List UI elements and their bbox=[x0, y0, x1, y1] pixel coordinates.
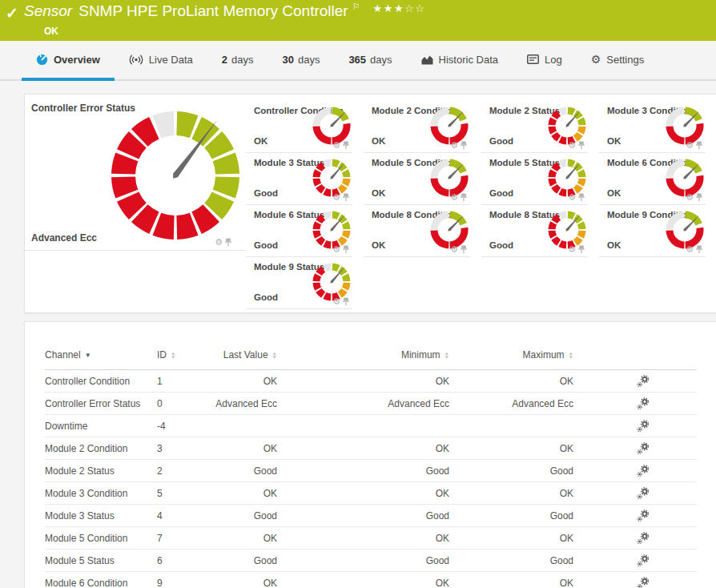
gauge-value: OK bbox=[254, 136, 267, 146]
filler-cell bbox=[650, 482, 697, 505]
tab-label: days bbox=[231, 54, 253, 66]
column-header-minimum[interactable]: Minimum▲▼ bbox=[277, 344, 449, 370]
maximum: OK bbox=[449, 527, 573, 550]
tab-live-data[interactable]: Live Data bbox=[115, 41, 207, 81]
gauge-cell: Module 9 ConditionOK⚙ bbox=[599, 205, 716, 257]
last-value: OK bbox=[205, 437, 277, 460]
gauge-value: OK bbox=[372, 136, 385, 146]
column-header-last-value[interactable]: Last Value▲▼ bbox=[205, 344, 277, 370]
gear-icon[interactable]: ⚙ bbox=[450, 141, 458, 150]
pin-icon[interactable] bbox=[461, 245, 467, 254]
pin-icon[interactable] bbox=[343, 141, 349, 150]
module-9-condition-gauge bbox=[665, 210, 705, 250]
sort-both-icon: ▲▼ bbox=[272, 352, 277, 359]
gear-icon[interactable]: ⚙ bbox=[686, 245, 694, 254]
main-gauge-value: Advanced Ecc bbox=[31, 232, 97, 244]
star-empty-icon[interactable]: ☆ bbox=[415, 2, 425, 14]
pin-icon[interactable] bbox=[696, 245, 702, 254]
tab-historic-data[interactable]: Historic Data bbox=[407, 41, 513, 81]
channel-name: Controller Condition bbox=[45, 370, 157, 393]
gear-icon[interactable]: ⚙ bbox=[332, 245, 340, 254]
column-header-filler bbox=[650, 344, 697, 370]
channel-settings-icon[interactable] bbox=[637, 397, 650, 409]
minimum: Good bbox=[277, 505, 449, 527]
gear-icon[interactable]: ⚙ bbox=[215, 238, 223, 247]
small-gauges-grid: Controller ConditionOK⚙Module 2 Conditio… bbox=[246, 101, 716, 309]
tab-label: Overview bbox=[54, 54, 100, 66]
channel-settings-icon[interactable] bbox=[637, 487, 650, 498]
channel-settings-icon[interactable] bbox=[637, 442, 650, 453]
pin-icon[interactable] bbox=[696, 193, 702, 202]
table-row: Module 5 Status6GoodGoodGood bbox=[45, 550, 697, 572]
pin-icon[interactable] bbox=[225, 238, 231, 247]
tab-settings[interactable]: ⚙Settings bbox=[577, 41, 659, 81]
star-filled-icon[interactable]: ★ bbox=[384, 2, 394, 14]
gear-icon[interactable]: ⚙ bbox=[450, 193, 458, 202]
tab-2-days[interactable]: 2days bbox=[207, 41, 268, 81]
last-value: OK bbox=[205, 370, 277, 393]
sensor-ok-check-icon: ✓ bbox=[6, 4, 18, 22]
pin-icon[interactable] bbox=[461, 193, 467, 202]
channel-settings-icon[interactable] bbox=[637, 420, 650, 431]
channel-settings-icon[interactable] bbox=[637, 375, 650, 386]
pin-icon[interactable] bbox=[343, 297, 349, 306]
channel-name: Downtime bbox=[45, 415, 157, 437]
gauge-value: Good bbox=[254, 188, 278, 198]
pin-icon[interactable] bbox=[696, 141, 702, 150]
gear-icon[interactable]: ⚙ bbox=[686, 141, 694, 150]
pin-icon[interactable] bbox=[343, 193, 349, 202]
last-value: OK bbox=[205, 527, 277, 550]
maximum: Good bbox=[449, 460, 573, 482]
tab-30-days[interactable]: 30days bbox=[267, 41, 334, 81]
minimum: OK bbox=[277, 370, 449, 393]
star-empty-icon[interactable]: ☆ bbox=[404, 2, 415, 14]
pin-icon[interactable] bbox=[343, 245, 349, 254]
tab-label: Historic Data bbox=[439, 54, 498, 66]
star-filled-icon[interactable]: ★ bbox=[373, 2, 384, 14]
channel-settings-cell bbox=[573, 527, 650, 550]
gauge-cell: Module 3 ConditionOK⚙ bbox=[599, 101, 716, 153]
pin-icon[interactable] bbox=[578, 245, 585, 254]
tab-overview[interactable]: Overview bbox=[22, 41, 115, 81]
tab-range-number: 30 bbox=[282, 54, 293, 66]
sort-both-icon: ▲▼ bbox=[444, 352, 449, 359]
filler-cell bbox=[650, 460, 697, 482]
gear-icon[interactable]: ⚙ bbox=[568, 245, 576, 254]
module-6-status-gauge bbox=[312, 210, 352, 250]
channels-table: Channel▼ID▲▼Last Value▲▼Minimum▲▼Maximum… bbox=[45, 344, 697, 588]
pin-icon[interactable] bbox=[461, 141, 467, 150]
star-filled-icon[interactable]: ★ bbox=[394, 2, 404, 14]
sort-both-icon: ▲▼ bbox=[171, 352, 175, 359]
gear-icon[interactable]: ⚙ bbox=[332, 297, 340, 306]
channel-settings-icon[interactable] bbox=[637, 532, 650, 543]
sort-both-icon: ▲▼ bbox=[569, 352, 573, 359]
pin-icon[interactable] bbox=[578, 141, 585, 150]
flag-icon[interactable]: ⚐ bbox=[352, 2, 360, 11]
channel-settings-icon[interactable] bbox=[637, 577, 650, 588]
gauge-cell: Module 6 ConditionOK⚙ bbox=[599, 153, 716, 205]
column-header-channel[interactable]: Channel▼ bbox=[45, 344, 157, 370]
priority-stars[interactable]: ★★★☆☆ bbox=[373, 2, 426, 14]
channel-settings-icon[interactable] bbox=[637, 554, 650, 566]
minimum: OK bbox=[277, 482, 449, 505]
pin-icon[interactable] bbox=[578, 193, 585, 202]
channel-settings-icon[interactable] bbox=[637, 509, 650, 521]
gear-icon[interactable]: ⚙ bbox=[332, 141, 340, 150]
main-gauge-cell: Controller Error Status Advanced Ecc ⚙ bbox=[25, 95, 246, 251]
channel-id: 9 bbox=[157, 572, 205, 588]
maximum: OK bbox=[449, 437, 573, 460]
tab-365-days[interactable]: 365days bbox=[334, 41, 406, 81]
minimum: OK bbox=[277, 527, 449, 550]
channel-settings-icon[interactable] bbox=[637, 465, 650, 476]
gear-icon[interactable]: ⚙ bbox=[686, 193, 694, 202]
gear-icon[interactable]: ⚙ bbox=[568, 193, 576, 202]
column-header-id[interactable]: ID▲▼ bbox=[157, 344, 205, 370]
gear-icon[interactable]: ⚙ bbox=[332, 193, 340, 202]
tab-log[interactable]: Log bbox=[513, 41, 577, 81]
column-header-maximum[interactable]: Maximum▲▼ bbox=[449, 344, 573, 370]
gear-icon[interactable]: ⚙ bbox=[568, 141, 576, 150]
controller-condition-gauge bbox=[312, 106, 352, 146]
tab-label: days bbox=[370, 54, 392, 66]
gear-icon[interactable]: ⚙ bbox=[450, 245, 458, 254]
gauge-cell: Controller ConditionOK⚙ bbox=[246, 101, 364, 153]
